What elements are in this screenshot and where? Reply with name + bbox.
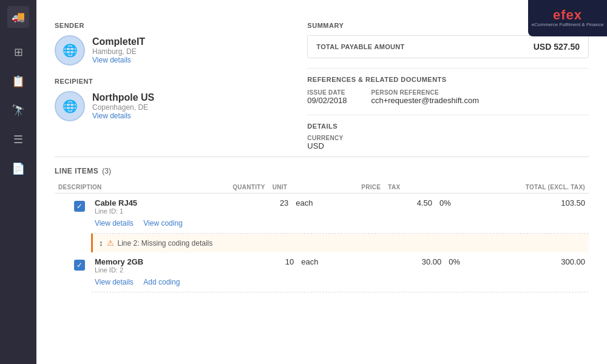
total-payable-value: USD 527.50 <box>534 42 580 52</box>
warning-row: ↕ ⚠ Line 2: Missing coding details <box>91 234 589 252</box>
sidebar-item-documents[interactable]: 📄 <box>6 157 30 181</box>
sender-location: Hamburg, DE <box>92 47 145 56</box>
line-item-2-checkbox[interactable]: ✓ <box>74 260 85 271</box>
line-items-count: (3) <box>102 167 111 175</box>
item-2-unit: each <box>297 252 367 275</box>
content-area: SENDER 🌐 CompleteIT Hamburg, DE View det… <box>36 0 607 305</box>
item-2-name-cell: Memory 2GB Line ID: 2 <box>91 252 251 275</box>
col-price: PRICE <box>321 181 384 194</box>
recipient-name: Northpole US <box>92 92 154 103</box>
line-item-1-checkbox[interactable]: ✓ <box>74 201 85 212</box>
currency-key: CURRENCY <box>307 135 589 141</box>
sidebar: 🚚 ⊞ 📋 🔭 ☰ 📄 <box>0 0 36 364</box>
efex-rest: fex <box>561 7 582 22</box>
line-item-2-actions: View details Add coding <box>91 275 589 292</box>
col-tax: TAX <box>384 181 430 194</box>
sender-card: 🌐 CompleteIT Hamburg, DE View details <box>55 35 289 66</box>
line-item-1-table: Cable RJ45 Line ID: 1 23 each 4.50 0% 10… <box>91 194 589 216</box>
summary-box: TOTAL PAYABLE AMOUNT USD 527.50 <box>307 35 589 58</box>
warning-wrapper: ↕ ⚠ Line 2: Missing coding details <box>55 234 589 252</box>
line-item-1-checkbox-col: ✓ <box>55 194 91 234</box>
sender-globe-icon: 🌐 <box>63 43 78 58</box>
person-ref-item: PERSON REFERENCE cch+requester@tradeshif… <box>371 89 479 105</box>
person-ref-val: cch+requester@tradeshift.com <box>371 96 479 105</box>
col-description: DESCRIPTION <box>55 181 175 194</box>
table-row: Cable RJ45 Line ID: 1 23 each 4.50 0% 10… <box>91 194 589 216</box>
item-1-id: Line ID: 1 <box>95 207 240 215</box>
item-2-view-details[interactable]: View details <box>95 278 134 286</box>
line-items-table: DESCRIPTION QUANTITY UNIT PRICE TAX TOTA… <box>55 181 589 194</box>
total-payable-key: TOTAL PAYABLE AMOUNT <box>316 43 404 50</box>
top-section: SENDER 🌐 CompleteIT Hamburg, DE View det… <box>55 22 589 150</box>
item-1-view-coding[interactable]: View coding <box>143 219 183 228</box>
efex-subtitle: eCommerce Fulfilment & Finance <box>532 22 604 28</box>
warning-side <box>55 234 91 252</box>
line-item-2-checkbox-col: ✓ <box>55 252 91 292</box>
col-unit: UNIT <box>269 181 321 194</box>
line-item-1-wrapper: ✓ Cable RJ45 Line ID: 1 23 each 4.50 <box>55 194 589 234</box>
currency-val: USD <box>307 141 589 150</box>
item-1-view-details[interactable]: View details <box>95 219 134 228</box>
binoculars-icon: 🔭 <box>12 104 25 117</box>
recipient-card: 🌐 Northpole US Copenhagen, DE View detai… <box>55 91 289 121</box>
sender-name: CompleteIT <box>92 36 145 47</box>
right-column: SUMMARY TOTAL PAYABLE AMOUNT USD 527.50 … <box>307 22 589 150</box>
warning-text: Line 2: Missing coding details <box>118 239 213 248</box>
sidebar-logo[interactable]: 🚚 <box>7 6 29 28</box>
item-1-total: 103.50 <box>493 194 589 216</box>
sender-info: CompleteIT Hamburg, DE View details <box>92 36 145 64</box>
recipient-label: RECIPIENT <box>55 78 289 85</box>
issue-date-item: ISSUE DATE 09/02/2018 <box>307 89 347 105</box>
details-label: DETAILS <box>307 115 589 130</box>
references-label: REFERENCES & RELATED DOCUMENTS <box>307 68 589 83</box>
recipient-avatar: 🌐 <box>55 91 85 121</box>
left-column: SENDER 🌐 CompleteIT Hamburg, DE View det… <box>55 22 289 150</box>
efex-logo: efex eCommerce Fulfilment & Finance <box>528 0 607 36</box>
item-1-tax: 0% <box>436 194 493 216</box>
sliders-icon: ☰ <box>13 133 23 146</box>
recipient-view-details[interactable]: View details <box>92 112 154 120</box>
sidebar-item-sliders[interactable]: ☰ <box>6 127 30 152</box>
item-1-price: 4.50 <box>367 194 436 216</box>
item-2-name: Memory 2GB <box>95 257 248 266</box>
truck-icon: 🚚 <box>12 10 25 24</box>
documents-icon: 📄 <box>12 162 25 175</box>
line-item-2-content: Memory 2GB Line ID: 2 10 each 30.00 0% 3… <box>91 252 589 292</box>
sender-avatar: 🌐 <box>55 35 85 66</box>
recipient-location: Copenhagen, DE <box>92 103 154 112</box>
item-1-unit: each <box>292 194 367 216</box>
grid-icon: ⊞ <box>14 46 23 59</box>
item-2-id: Line ID: 2 <box>95 266 248 274</box>
main-content: efex eCommerce Fulfilment & Finance SEND… <box>36 0 607 364</box>
item-2-total: 300.00 <box>499 252 589 275</box>
table-row: Memory 2GB Line ID: 2 10 each 30.00 0% 3… <box>91 252 589 275</box>
sidebar-item-clipboard[interactable]: 📋 <box>6 69 30 93</box>
warning-arrow-icon: ↕ <box>99 238 103 248</box>
item-1-name-cell: Cable RJ45 Line ID: 1 <box>91 194 243 216</box>
issue-date-key: ISSUE DATE <box>307 89 347 96</box>
sender-view-details[interactable]: View details <box>92 56 145 64</box>
sidebar-item-grid[interactable]: ⊞ <box>6 40 30 64</box>
section-divider <box>55 157 589 157</box>
warning-content: ↕ ⚠ Line 2: Missing coding details <box>91 234 589 252</box>
sender-label: SENDER <box>55 22 289 29</box>
recipient-globe-icon: 🌐 <box>63 99 78 113</box>
references-grid: ISSUE DATE 09/02/2018 PERSON REFERENCE c… <box>307 89 589 105</box>
line-item-1-actions: View details View coding <box>91 216 589 234</box>
item-1-quantity: 23 <box>243 194 293 216</box>
item-1-name: Cable RJ45 <box>95 198 240 207</box>
line-item-2-table: Memory 2GB Line ID: 2 10 each 30.00 0% 3… <box>91 252 589 275</box>
item-2-add-coding[interactable]: Add coding <box>143 278 180 286</box>
col-quantity: QUANTITY <box>175 181 269 194</box>
table-header-row: DESCRIPTION QUANTITY UNIT PRICE TAX TOTA… <box>55 181 589 194</box>
sidebar-item-binoculars[interactable]: 🔭 <box>6 98 30 123</box>
line-item-2-wrapper: ✓ Memory 2GB Line ID: 2 10 each 30.00 <box>55 252 589 292</box>
line-items-header: LINE ITEMS (3) <box>55 167 589 175</box>
item-2-quantity: 10 <box>251 252 297 275</box>
efex-brand-text: efex <box>553 8 582 22</box>
line-items-title: LINE ITEMS <box>55 167 98 175</box>
issue-date-val: 09/02/2018 <box>307 96 347 105</box>
efex-e: e <box>553 7 561 22</box>
currency-item: CURRENCY USD <box>307 135 589 150</box>
col-total: TOTAL (EXCL. TAX) <box>430 181 589 194</box>
